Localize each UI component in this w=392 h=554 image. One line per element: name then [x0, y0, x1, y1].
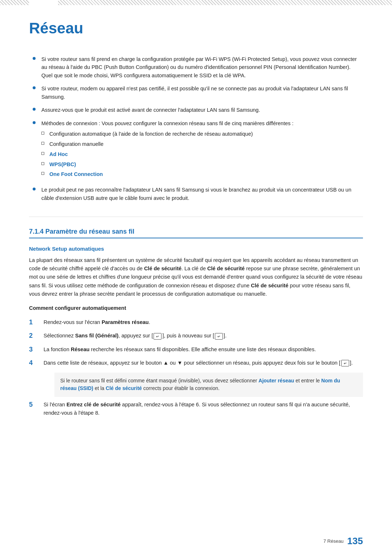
footer-page-number: 135	[347, 535, 363, 547]
step-number: 4	[29, 359, 40, 367]
sub-section-heading: Network Setup automatiques	[29, 246, 363, 252]
configure-auto-label: Comment configurer automatiquement	[29, 304, 363, 312]
step-text: Dans cette liste de réseaux, appuyez sur…	[44, 359, 363, 367]
sub-item-text-highlight: Ad Hoc	[49, 151, 68, 159]
step-item: 4 Dans cette liste de réseaux, appuyez s…	[29, 359, 363, 367]
section-divider	[29, 217, 363, 217]
sub-bullet	[41, 162, 44, 165]
step-text: Rendez-vous sur l'écran Paramètres résea…	[44, 318, 363, 326]
numbered-steps: 1 Rendez-vous sur l'écran Paramètres rés…	[29, 318, 363, 417]
page-container: Réseau Si votre routeur sans fil prend e…	[0, 0, 392, 554]
list-item: Si votre routeur sans fil prend en charg…	[33, 55, 363, 79]
sub-bullet	[41, 142, 44, 145]
page-title: Réseau	[29, 20, 363, 37]
section-714: 7.1.4 Paramètre du réseau sans fil Netwo…	[29, 228, 363, 417]
bullet-dot	[33, 121, 36, 124]
list-item: Configuration manuelle	[41, 140, 363, 148]
step-item: 2 Sélectionnez Sans fil (Général), appuy…	[29, 332, 363, 340]
bullet-text: Si votre routeur sans fil prend en charg…	[41, 55, 363, 79]
list-item: Le produit peut ne pas reconnaître l'ada…	[33, 186, 363, 202]
enter-icon: ↵	[341, 360, 349, 366]
step-item: 1 Rendez-vous sur l'écran Paramètres rés…	[29, 318, 363, 327]
step-number: 1	[29, 318, 40, 327]
step-note: Si le routeur sans fil est défini comme …	[54, 373, 363, 397]
body-paragraph: La plupart des réseaux sans fil présente…	[29, 256, 363, 298]
list-item: Si votre routeur, modem ou appareil n'es…	[33, 85, 363, 101]
bullet-text-with-sub: Méthodes de connexion : Vous pouvez conf…	[41, 119, 363, 181]
bold-text: Sans fil (Général)	[75, 333, 118, 338]
list-item: Assurez-vous que le produit est activé a…	[33, 106, 363, 114]
bold-text: Clé de sécurité	[251, 283, 288, 288]
list-item: One Foot Connection	[41, 171, 363, 178]
sub-item-text: Configuration manuelle	[49, 140, 103, 148]
intro-bullets: Si votre routeur sans fil prend en charg…	[29, 55, 363, 202]
enter-icon: ↵	[215, 333, 223, 340]
bold-text: Clé de sécurité	[144, 266, 181, 271]
step-number: 5	[29, 401, 40, 409]
step-text: Si l'écran Entrez clé de sécurité appara…	[44, 401, 363, 417]
sub-heading-label: Comment configurer automatiquement	[29, 305, 126, 311]
bold-text: Entrez clé de sécurité	[66, 402, 121, 407]
bullet-dot	[33, 57, 36, 60]
sub-item-text-highlight: One Foot Connection	[49, 171, 103, 178]
list-item: Ad Hoc	[41, 151, 363, 159]
section-heading: 7.1.4 Paramètre du réseau sans fil	[29, 228, 363, 238]
step-text: La fonction Réseau recherche les réseaux…	[44, 345, 363, 353]
bullet-dot	[33, 188, 36, 190]
footer-section-label: 7 Réseau	[323, 538, 344, 544]
main-content: Réseau Si votre routeur sans fil prend e…	[0, 5, 392, 444]
bold-highlight-text: Nom du réseau (SSID)	[60, 378, 340, 391]
bold-text: Clé de sécurité	[207, 266, 245, 271]
bullet-text: Assurez-vous que le produit est activé a…	[41, 106, 363, 114]
step-item: 3 La fonction Réseau recherche les résea…	[29, 345, 363, 354]
sub-bullet	[41, 132, 44, 135]
page-footer: 7 Réseau 135	[323, 535, 363, 547]
step-number: 2	[29, 332, 40, 340]
list-item: Méthodes de connexion : Vous pouvez conf…	[33, 119, 363, 181]
bullet-dot	[33, 108, 36, 111]
list-item: WPS(PBC)	[41, 161, 363, 169]
step-text: Sélectionnez Sans fil (Général), appuyez…	[44, 332, 363, 340]
sub-list: Configuration automatique (à l'aide de l…	[41, 130, 363, 178]
sub-item-text-highlight: WPS(PBC)	[49, 161, 76, 169]
list-item: Configuration automatique (à l'aide de l…	[41, 130, 363, 138]
top-bar-white-block	[29, 0, 58, 5]
bullet-text: Le produit peut ne pas reconnaître l'ada…	[41, 186, 363, 202]
bold-highlight-text: Clé de sécurité	[106, 385, 142, 391]
top-decorative-bar	[0, 0, 392, 5]
bullet-text: Si votre routeur, modem ou appareil n'es…	[41, 85, 363, 101]
bold-highlight-text: Ajouter réseau	[258, 378, 294, 383]
step-item: 5 Si l'écran Entrez clé de sécurité appa…	[29, 401, 363, 417]
bold-text: Réseau	[71, 346, 90, 352]
sub-bullet	[41, 152, 44, 155]
enter-icon: ↵	[154, 333, 162, 340]
bullet-dot	[33, 86, 36, 89]
sub-item-text: Configuration automatique (à l'aide de l…	[49, 130, 253, 138]
bullet-text-label: Méthodes de connexion : Vous pouvez conf…	[41, 120, 294, 126]
bold-text: Paramètres réseau	[102, 319, 149, 325]
sub-bullet	[41, 172, 44, 175]
step-number: 3	[29, 345, 40, 354]
